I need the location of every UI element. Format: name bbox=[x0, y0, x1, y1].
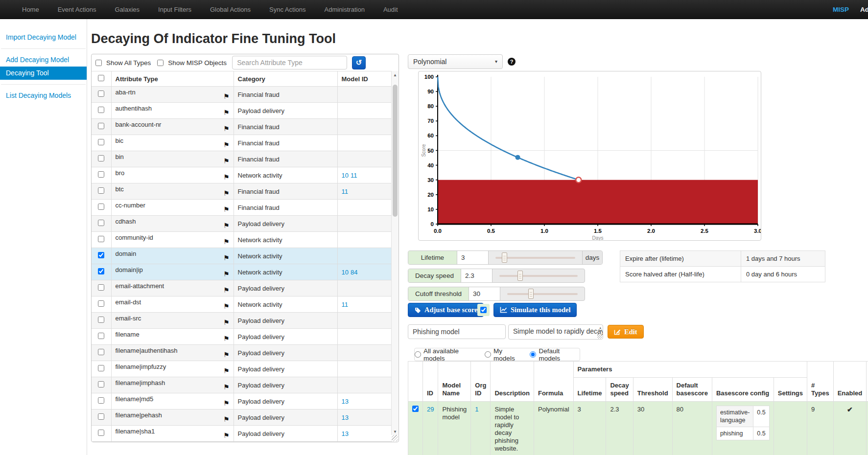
scrollbar-thumb[interactable] bbox=[393, 85, 398, 217]
flag-icon[interactable]: ⚑ bbox=[223, 286, 230, 294]
model-description-textarea[interactable]: Simple model to rapidly decay bbox=[508, 324, 603, 340]
flag-icon[interactable]: ⚑ bbox=[223, 205, 230, 213]
simulate-model-button[interactable]: Simulate this model bbox=[493, 303, 577, 317]
attribute-row[interactable]: filename|md5⚑ Payload delivery 13 bbox=[92, 393, 392, 410]
flag-icon[interactable]: ⚑ bbox=[223, 318, 230, 326]
model-id-link[interactable]: 11 bbox=[342, 188, 349, 195]
model-id-link[interactable]: 11 bbox=[342, 301, 349, 308]
flag-icon[interactable]: ⚑ bbox=[223, 125, 230, 133]
flag-icon[interactable]: ⚑ bbox=[223, 270, 230, 278]
attribute-row[interactable]: email-src⚑ Payload delivery bbox=[92, 313, 392, 329]
misp-brand[interactable]: MISP bbox=[833, 0, 849, 19]
flag-icon[interactable]: ⚑ bbox=[223, 367, 230, 375]
attribute-row-checkbox[interactable] bbox=[98, 300, 104, 307]
attribute-row-checkbox[interactable] bbox=[98, 349, 104, 355]
model-name-input[interactable] bbox=[408, 324, 506, 339]
scroll-up-icon[interactable]: ▲ bbox=[392, 73, 399, 77]
flag-icon[interactable]: ⚑ bbox=[223, 189, 230, 197]
formula-select[interactable]: Polynomial ▾ bbox=[408, 54, 503, 69]
attribute-row-checkbox[interactable] bbox=[98, 139, 104, 145]
flag-icon[interactable]: ⚑ bbox=[223, 432, 230, 439]
nav-item[interactable]: Galaxies bbox=[105, 0, 149, 19]
sidebar-item[interactable]: List Decaying Models bbox=[0, 89, 87, 102]
model-id-link[interactable]: 13 bbox=[342, 398, 349, 405]
attribute-row[interactable]: filename|imphash⚑ Payload delivery bbox=[92, 377, 392, 393]
attribute-row-checkbox[interactable] bbox=[98, 381, 104, 387]
attribute-row-checkbox[interactable] bbox=[98, 430, 104, 436]
org-id-link[interactable]: 1 bbox=[475, 406, 478, 413]
attribute-row[interactable]: domain|ip⚑ Network activity 1084 bbox=[92, 264, 392, 280]
sidebar-item[interactable]: Decaying Tool bbox=[0, 67, 87, 80]
show-misp-objects-label[interactable]: Show MISP Objects bbox=[168, 59, 227, 67]
slider-track[interactable] bbox=[507, 293, 578, 295]
model-filter-radio[interactable]: All available models bbox=[415, 347, 478, 362]
model-filter-radio[interactable]: Default models bbox=[530, 347, 580, 362]
show-all-types-label[interactable]: Show All Types bbox=[106, 59, 151, 67]
column-header-attribute-type[interactable]: Attribute Type bbox=[111, 71, 234, 87]
attribute-row[interactable]: bro⚑ Network activity 1011 bbox=[92, 167, 392, 183]
model-row[interactable]: 29 Phishing model 1 Simple model to rapi… bbox=[408, 402, 868, 455]
attribute-row-checkbox[interactable] bbox=[98, 284, 104, 291]
slider-value-input[interactable] bbox=[457, 251, 488, 264]
flag-icon[interactable]: ⚑ bbox=[223, 92, 230, 100]
attribute-row[interactable]: email-attachment⚑ Payload delivery bbox=[92, 280, 392, 296]
nav-item[interactable]: Input Filters bbox=[149, 0, 201, 19]
attribute-row[interactable]: filename|sha1⚑ Payload delivery 13 bbox=[92, 426, 392, 442]
nav-item[interactable]: Audit bbox=[374, 0, 407, 19]
column-header-model-id[interactable]: Model ID bbox=[337, 71, 392, 87]
attribute-row[interactable]: cc-number⚑ Financial fraud bbox=[92, 200, 392, 216]
attribute-row-checkbox[interactable] bbox=[98, 107, 104, 113]
model-id-link[interactable]: 13 bbox=[342, 430, 349, 437]
nav-item[interactable]: Event Actions bbox=[48, 0, 106, 19]
flag-icon[interactable]: ⚑ bbox=[223, 238, 230, 246]
column-header-category[interactable]: Category bbox=[234, 71, 337, 87]
select-all-checkbox[interactable] bbox=[98, 75, 104, 81]
decay-chart[interactable]: 01020304050607080901000.00.51.01.52.02.5… bbox=[419, 71, 761, 240]
attribute-row[interactable]: bic⚑ Financial fraud bbox=[92, 135, 392, 151]
flag-icon[interactable]: ⚑ bbox=[223, 415, 230, 423]
user-menu[interactable]: Adm bbox=[860, 0, 868, 19]
attribute-row-checkbox[interactable] bbox=[98, 268, 104, 274]
model-id-link[interactable]: 29 bbox=[427, 406, 434, 413]
show-misp-objects-checkbox[interactable] bbox=[157, 60, 164, 66]
attribute-row-checkbox[interactable] bbox=[98, 365, 104, 371]
nav-item[interactable]: Administration bbox=[315, 0, 374, 19]
attribute-row[interactable]: community-id⚑ Network activity bbox=[92, 232, 392, 248]
textarea-resize-grip[interactable] bbox=[597, 334, 602, 339]
slider-handle[interactable] bbox=[517, 271, 523, 281]
slider-track[interactable] bbox=[499, 275, 578, 277]
attribute-row-checkbox[interactable] bbox=[98, 397, 104, 404]
flag-icon[interactable]: ⚑ bbox=[223, 109, 230, 116]
attribute-row[interactable]: filename|pehash⚑ Payload delivery 13 bbox=[92, 410, 392, 426]
vertical-scrollbar[interactable]: ▲ ▼ bbox=[391, 71, 399, 435]
attribute-row[interactable]: bin⚑ Financial fraud bbox=[92, 151, 392, 167]
flag-icon[interactable]: ⚑ bbox=[223, 335, 230, 342]
slider-value-input[interactable] bbox=[469, 287, 500, 300]
slider-value-input[interactable] bbox=[461, 269, 492, 282]
spinner-arrows-icon[interactable]: ▴▾ bbox=[599, 326, 601, 333]
nav-item[interactable]: Global Actions bbox=[201, 0, 260, 19]
sidebar-item[interactable]: Import Decaying Model bbox=[0, 31, 87, 44]
attribute-row-checkbox[interactable] bbox=[98, 155, 104, 161]
attribute-row[interactable]: email-dst⚑ Network activity 11 bbox=[92, 296, 392, 313]
flag-icon[interactable]: ⚑ bbox=[223, 351, 230, 359]
adjust-basescore-checkbox[interactable] bbox=[480, 307, 487, 313]
attribute-row-checkbox[interactable] bbox=[98, 91, 104, 97]
attribute-row-checkbox[interactable] bbox=[98, 123, 104, 129]
help-icon[interactable]: ? bbox=[508, 58, 516, 66]
show-all-types-checkbox[interactable] bbox=[95, 60, 102, 66]
attribute-row-checkbox[interactable] bbox=[98, 204, 104, 210]
model-id-link[interactable]: 10 bbox=[342, 269, 349, 276]
flag-icon[interactable]: ⚑ bbox=[223, 141, 230, 149]
resize-grip[interactable] bbox=[392, 435, 398, 441]
attribute-row[interactable]: filename|impfuzzy⚑ Payload delivery bbox=[92, 361, 392, 377]
search-attribute-input[interactable] bbox=[232, 56, 347, 69]
attribute-row[interactable]: aba-rtn⚑ Financial fraud bbox=[92, 87, 392, 103]
attribute-row[interactable]: authentihash⚑ Payload delivery bbox=[92, 103, 392, 119]
model-row-checkbox[interactable] bbox=[412, 406, 419, 412]
attribute-row-checkbox[interactable] bbox=[98, 413, 104, 420]
slider-handle[interactable] bbox=[502, 252, 507, 263]
flag-icon[interactable]: ⚑ bbox=[223, 383, 230, 391]
attribute-row[interactable]: btc⚑ Financial fraud 11 bbox=[92, 183, 392, 200]
attribute-row-checkbox[interactable] bbox=[98, 236, 104, 242]
